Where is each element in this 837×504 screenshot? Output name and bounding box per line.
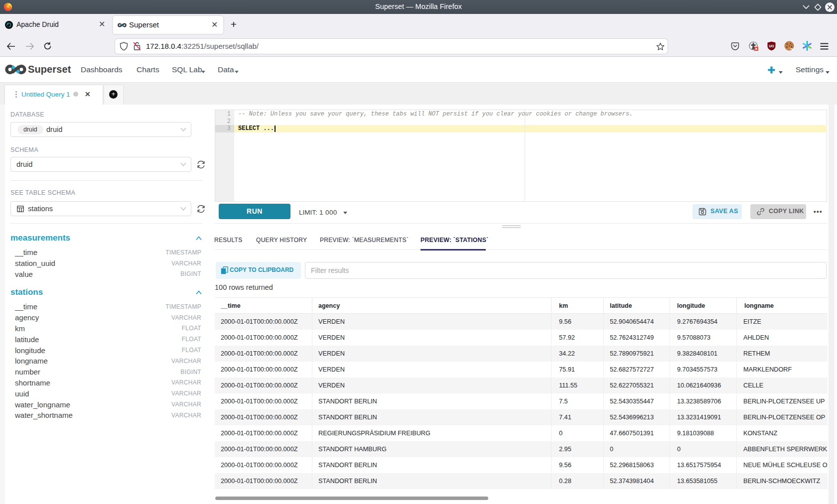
svg-text:UO: UO (769, 44, 774, 48)
